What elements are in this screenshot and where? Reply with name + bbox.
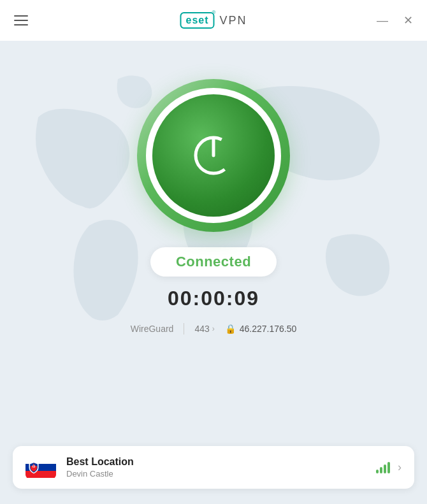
connection-info: WireGuard 443 › 🔒 46.227.176.50 (131, 323, 297, 335)
eset-logo-tm: ® (212, 10, 216, 15)
flag-shield-icon (28, 461, 40, 474)
location-sublocation: Devin Castle (66, 469, 376, 479)
power-section: Connected 00:00:09 WireGuard 443 › 🔒 46.… (0, 41, 427, 335)
connected-text: Connected (176, 254, 251, 270)
minimize-button[interactable]: — (374, 13, 391, 27)
connection-ip: 🔒 46.227.176.50 (225, 324, 297, 334)
titlebar: eset ® VPN — ✕ (0, 0, 427, 41)
connection-timer: 00:00:09 (168, 287, 259, 310)
conn-divider (184, 323, 184, 335)
connected-badge: Connected (150, 247, 277, 277)
vpn-label: VPN (220, 14, 247, 27)
ip-address: 46.227.176.50 (240, 324, 297, 334)
close-button[interactable]: ✕ (401, 13, 416, 27)
connection-protocol: WireGuard (131, 324, 174, 334)
port-chevron-icon: › (212, 324, 215, 333)
connection-port[interactable]: 443 › (194, 324, 214, 334)
titlebar-left (11, 13, 31, 28)
power-button-outer[interactable] (137, 79, 290, 232)
power-button-white-ring (146, 88, 281, 223)
port-number: 443 (194, 324, 209, 334)
main-content: Connected 00:00:09 WireGuard 443 › 🔒 46.… (0, 41, 427, 504)
menu-button[interactable] (11, 13, 31, 28)
signal-bar-3 (384, 464, 386, 473)
power-button-inner[interactable] (152, 94, 275, 217)
location-card[interactable]: Best Location Devin Castle › (13, 446, 414, 489)
location-name: Best Location (66, 456, 376, 468)
location-right: › (376, 461, 402, 474)
signal-bar-1 (376, 470, 379, 473)
lock-icon: 🔒 (225, 324, 236, 334)
country-flag (25, 457, 56, 479)
location-info: Best Location Devin Castle (66, 456, 376, 479)
signal-bar-2 (380, 467, 382, 473)
eset-logo: eset ® (180, 12, 214, 29)
titlebar-center: eset ® VPN (180, 12, 247, 29)
eset-logo-text: eset (185, 15, 208, 26)
location-chevron-icon: › (398, 461, 402, 474)
power-icon (188, 130, 239, 181)
signal-bar-4 (387, 462, 390, 473)
signal-strength-icon (376, 462, 390, 473)
titlebar-right: — ✕ (374, 13, 416, 27)
